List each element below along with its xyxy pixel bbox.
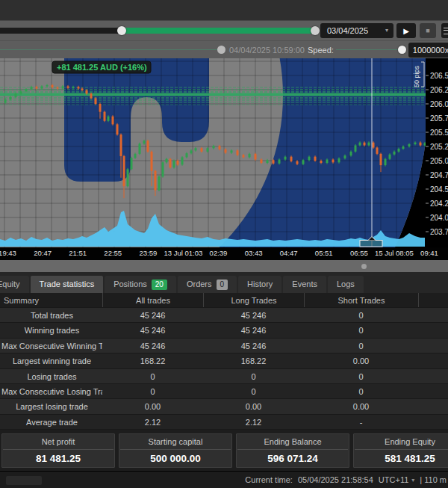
price-axis-label: 204.00 xyxy=(430,214,448,222)
table-cell xyxy=(418,384,448,398)
profit-tooltip: +81 481.25 AUD (+16%) xyxy=(52,61,151,73)
time-axis-label: 23:59 xyxy=(139,249,157,257)
table-cell: 45 246 xyxy=(102,308,203,322)
time-slider-track[interactable] xyxy=(0,49,220,50)
speed-toolbar: 04/04/2025 10:59:00 Speed: 1000000x xyxy=(0,40,448,58)
speed-value: 1000000x xyxy=(408,43,448,58)
table-cell: 0.00 xyxy=(102,399,203,413)
price-axis-label: 205.50 xyxy=(430,129,448,137)
time-axis-label: 13 Jul 01:03 xyxy=(164,249,203,257)
tab-equity[interactable]: Equity xyxy=(0,276,29,293)
summary-box-label: Ending Balance xyxy=(237,434,348,450)
chevron-down-icon: ▾ xyxy=(385,23,388,38)
progress-end-handle[interactable] xyxy=(311,26,320,35)
table-header-cell: Long Trades xyxy=(203,293,304,307)
table-cell: Max Consecutive Winning Trades xyxy=(0,339,102,353)
chart-scroll-thumb[interactable] xyxy=(360,241,382,247)
chart-canvas[interactable]: +81 481.25 AUD (+16%)50 pips206.50206.25… xyxy=(0,58,448,247)
playback-toolbar: 03/04/2025 ▾ ▶ ■ xyxy=(0,21,448,40)
price-axis-label: 205.00 xyxy=(430,157,448,165)
time-axis-label: 02:39 xyxy=(210,249,228,257)
price-axis-label: 206.50 xyxy=(430,72,448,80)
table-cell: Largest losing trade xyxy=(0,399,102,413)
play-icon: ▶ xyxy=(403,27,409,35)
tab-orders[interactable]: Orders0 xyxy=(178,276,237,293)
price-axis-label: 204.25 xyxy=(430,200,448,208)
speed-slider-handle[interactable] xyxy=(398,46,406,54)
price-axis-label: 204.75 xyxy=(430,171,448,179)
timezone-value[interactable]: UTC+11 xyxy=(379,475,408,484)
table-header-cell: Short Trades xyxy=(304,293,418,307)
time-axis-label: 06:55 xyxy=(350,249,368,257)
summary-box-value: 596 071.24 xyxy=(237,450,349,467)
table-cell: 0 xyxy=(304,339,418,353)
journal-button[interactable] xyxy=(441,23,448,38)
tab-positions[interactable]: Positions20 xyxy=(105,276,176,293)
bottom-panel-tabs: EquityTrade statisticsPositions20Orders0… xyxy=(0,272,448,293)
table-row: Total trades45 24645 2460 xyxy=(0,308,448,323)
time-axis-label: 05:51 xyxy=(315,249,333,257)
summary-box-label: Ending Equity xyxy=(355,434,448,450)
table-cell: Losing trades xyxy=(0,369,102,383)
table-cell: 45 246 xyxy=(203,308,304,322)
table-cell: 168.22 xyxy=(102,353,203,368)
speed-label: Speed: xyxy=(308,41,334,59)
date-select[interactable]: 03/04/2025 ▾ xyxy=(320,23,393,38)
time-axis[interactable]: 19:4320:4721:5122:5523:5913 Jul 01:0302:… xyxy=(0,247,448,260)
tab-events[interactable]: Events xyxy=(283,276,326,293)
table-cell: 0 xyxy=(304,308,418,322)
summary-box-value: 581 481.25 xyxy=(354,450,448,467)
tab-logs[interactable]: Logs xyxy=(328,276,364,293)
time-slider-handle[interactable] xyxy=(217,46,225,54)
tab-trade-statistics[interactable]: Trade statistics xyxy=(31,276,104,293)
panel-splitter[interactable] xyxy=(0,260,448,272)
table-row: Winning trades45 24645 2460 xyxy=(0,323,448,338)
chevron-down-icon: ▾ xyxy=(411,477,414,484)
table-header-cell xyxy=(418,293,448,307)
backtest-app: 03/04/2025 ▾ ▶ ■ 04/04/2025 10:59:00 Spe… xyxy=(0,0,448,488)
time-axis-label: 20:47 xyxy=(34,249,52,257)
tab-label: Positions xyxy=(113,276,147,293)
table-header-cell: Summary xyxy=(0,293,102,307)
summary-box-value: 500 000.00 xyxy=(119,450,231,467)
current-time-label: Current time: xyxy=(245,475,293,484)
play-button[interactable]: ▶ xyxy=(396,23,416,38)
speed-slider-track[interactable] xyxy=(336,49,402,50)
stop-button[interactable]: ■ xyxy=(420,23,436,38)
svg-text:50 pips: 50 pips xyxy=(413,65,420,87)
summary-box-value: 81 481.25 xyxy=(2,450,114,467)
time-axis-label: 09:41 xyxy=(420,249,438,257)
summary-box-starting-capital: Starting capital500 000.00 xyxy=(119,433,232,468)
table-cell: 0 xyxy=(102,384,203,398)
status-bar: Current time: 05/04/2025 21:58:54 UTC+11… xyxy=(0,471,448,488)
table-cell xyxy=(418,308,448,322)
table-cell xyxy=(418,415,448,429)
summary-boxes: Net profit81 481.25Starting capital500 0… xyxy=(0,433,448,468)
tab-history[interactable]: History xyxy=(238,276,281,293)
table-cell xyxy=(418,339,448,353)
table-cell: 0 xyxy=(203,384,304,398)
summary-box-label: Net profit xyxy=(3,434,113,450)
table-row: Losing trades000 xyxy=(0,369,448,384)
table-cell: 45 246 xyxy=(203,339,304,353)
progress-track-remaining[interactable] xyxy=(122,28,317,34)
table-cell: 0 xyxy=(102,369,203,383)
table-cell xyxy=(418,399,448,413)
price-chart[interactable]: +81 481.25 AUD (+16%)50 pips206.50206.25… xyxy=(0,58,448,247)
chart-plot-area[interactable]: +81 481.25 AUD (+16%)50 pips xyxy=(0,58,429,247)
table-header-cell: All trades xyxy=(102,293,203,307)
price-axis-label: 205.25 xyxy=(430,143,448,151)
tab-label: Orders xyxy=(187,276,212,293)
table-cell: 168.22 xyxy=(203,353,304,368)
status-left-pill xyxy=(6,476,42,485)
progress-handle[interactable] xyxy=(117,26,126,35)
table-header-row: SummaryAll tradesLong TradesShort Trades xyxy=(0,293,448,308)
table-cell: Largest winning trade xyxy=(0,353,102,368)
price-axis-label: 206.00 xyxy=(430,100,448,108)
table-cell: 45 246 xyxy=(203,323,304,337)
date-value: 03/04/2025 xyxy=(327,26,368,35)
tab-count-badge: 0 xyxy=(217,279,228,290)
table-cell: 2.12 xyxy=(102,415,203,429)
table-cell: 0 xyxy=(304,384,418,398)
table-cell xyxy=(418,323,448,337)
